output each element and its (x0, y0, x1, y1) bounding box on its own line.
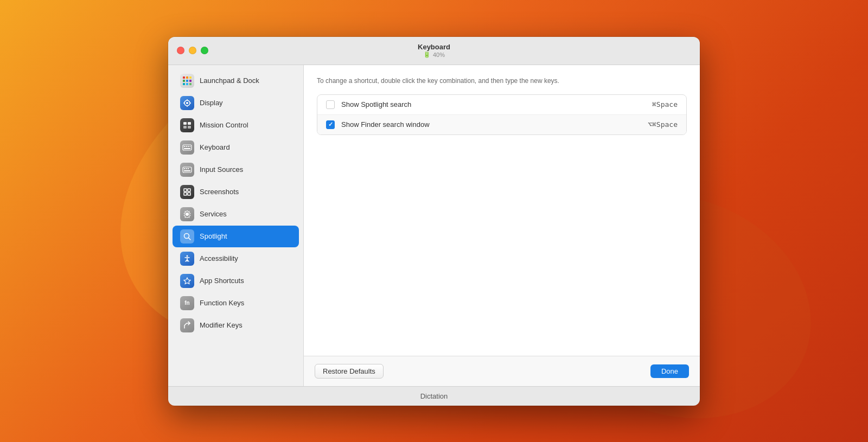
svg-rect-17 (184, 168, 185, 169)
screenshots-icon (180, 185, 194, 199)
hint-text: To change a shortcut, double click the k… (317, 76, 687, 86)
svg-rect-20 (184, 170, 190, 171)
checkmark-icon: ✓ (328, 121, 333, 127)
content-panel: To change a shortcut, double click the k… (304, 65, 700, 386)
minimize-button[interactable] (189, 47, 196, 54)
svg-rect-24 (188, 193, 190, 195)
shortcut-row-spotlight: Show Spotlight search ⌘Space (317, 95, 686, 115)
function-keys-icon: fn (180, 296, 194, 310)
shortcut-row-finder: ✓ Show Finder search window ⌥⌘Space (317, 115, 686, 134)
svg-point-28 (187, 255, 188, 257)
svg-rect-19 (188, 168, 189, 169)
spotlight-icon (180, 229, 194, 244)
svg-rect-13 (188, 146, 189, 147)
window-body: Launchpad & Dock Display (168, 65, 700, 386)
svg-rect-23 (184, 193, 187, 195)
finder-search-checkbox[interactable]: ✓ (326, 120, 335, 129)
sidebar-item-label: Accessibility (200, 254, 238, 262)
sidebar-item-label: Modifier Keys (200, 321, 242, 329)
spotlight-search-name: Show Spotlight search (341, 100, 646, 108)
svg-rect-15 (184, 148, 190, 149)
traffic-lights (177, 47, 208, 54)
window-title-group: Keyboard 🔋 40% (418, 43, 450, 58)
sidebar-item-screenshots[interactable]: Screenshots (173, 181, 299, 203)
sidebar-item-mission-control[interactable]: Mission Control (173, 114, 299, 136)
sidebar-item-label: Launchpad & Dock (200, 76, 259, 85)
accessibility-icon (180, 252, 194, 266)
sidebar-item-label: Spotlight (200, 232, 227, 240)
mission-control-icon (180, 118, 194, 132)
window-subtitle: 🔋 40% (418, 51, 450, 58)
sidebar-item-modifier-keys[interactable]: Modifier Keys (173, 315, 299, 336)
sidebar-item-label: Function Keys (200, 299, 244, 307)
svg-rect-12 (186, 146, 187, 147)
finder-search-keys: ⌥⌘Space (648, 120, 678, 129)
sidebar-item-label: App Shortcuts (200, 277, 244, 285)
finder-search-name: Show Finder search window (341, 120, 641, 129)
svg-rect-7 (188, 122, 191, 125)
input-sources-icon (180, 163, 194, 177)
done-button[interactable]: Done (650, 364, 689, 378)
close-button[interactable] (177, 47, 184, 54)
sidebar-item-accessibility[interactable]: Accessibility (173, 248, 299, 270)
svg-rect-10 (183, 145, 192, 150)
spotlight-search-keys: ⌘Space (652, 100, 678, 108)
launchpad-icon (180, 74, 194, 88)
svg-rect-6 (183, 122, 187, 125)
maximize-button[interactable] (201, 47, 208, 54)
sidebar-item-function-keys[interactable]: fn Function Keys (173, 292, 299, 314)
keyboard-shortcuts-window: Keyboard 🔋 40% (168, 37, 700, 406)
svg-rect-16 (183, 167, 192, 172)
sidebar-item-spotlight[interactable]: Spotlight (173, 226, 299, 247)
sidebar-item-label: Input Sources (200, 165, 243, 174)
keyboard-icon (180, 140, 194, 155)
sidebar-item-label: Display (200, 99, 223, 107)
svg-point-25 (186, 213, 189, 216)
svg-rect-8 (183, 126, 187, 129)
dictation-tab[interactable]: Dictation (420, 392, 448, 400)
bottom-bar: Restore Defaults Done (304, 356, 700, 386)
sidebar-item-services[interactable]: Services (173, 203, 299, 225)
svg-rect-11 (184, 146, 185, 147)
app-shortcuts-icon (180, 274, 194, 288)
sidebar-item-label: Screenshots (200, 188, 239, 196)
sidebar-item-input-sources[interactable]: Input Sources (173, 159, 299, 181)
sidebar-item-display[interactable]: Display (173, 92, 299, 114)
battery-percent: 40% (433, 52, 445, 58)
svg-rect-22 (188, 189, 190, 191)
svg-rect-9 (188, 126, 191, 129)
svg-rect-18 (186, 168, 187, 169)
title-bar: Keyboard 🔋 40% (168, 37, 700, 65)
modifier-keys-icon (180, 318, 194, 332)
sidebar-item-label: Keyboard (200, 143, 230, 151)
window-title: Keyboard (418, 43, 450, 51)
shortcuts-table: Show Spotlight search ⌘Space ✓ Show Find… (317, 94, 687, 135)
battery-icon: 🔋 (423, 51, 431, 58)
svg-rect-14 (190, 146, 191, 147)
spotlight-search-checkbox[interactable] (326, 100, 335, 109)
sidebar-item-app-shortcuts[interactable]: App Shortcuts (173, 270, 299, 292)
tab-bar: Dictation (168, 386, 700, 406)
sidebar-item-label: Mission Control (200, 121, 248, 129)
sidebar-item-label: Services (200, 210, 227, 218)
svg-line-27 (189, 238, 191, 240)
sidebar-item-keyboard[interactable]: Keyboard (173, 137, 299, 158)
services-icon (180, 207, 194, 221)
content-inner: To change a shortcut, double click the k… (304, 65, 700, 356)
restore-defaults-button[interactable]: Restore Defaults (315, 364, 384, 379)
sidebar: Launchpad & Dock Display (168, 65, 304, 386)
display-icon (180, 96, 194, 110)
sidebar-item-launchpad[interactable]: Launchpad & Dock (173, 70, 299, 92)
svg-point-1 (186, 102, 188, 104)
svg-rect-21 (184, 189, 187, 191)
